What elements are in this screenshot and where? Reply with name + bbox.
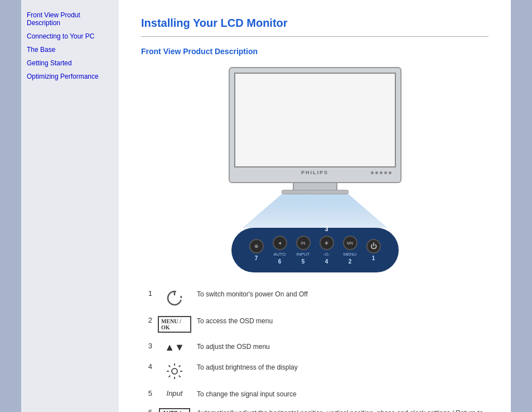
btn-label-5: INPUT (297, 252, 310, 257)
page-title: Installing Your LCD Monitor (141, 17, 489, 30)
btn-label-menu: MENU (344, 252, 357, 257)
btn-label-6: AUTO (273, 252, 286, 257)
left-accent (0, 0, 21, 412)
btn-brightness: ☀ (320, 236, 334, 250)
desc-num-5: 5 (141, 389, 152, 397)
light-beam (226, 194, 404, 228)
sidebar-item-optimizing-performance[interactable]: Optimizing Performance (27, 73, 113, 80)
btn-num-4: 4 (325, 258, 328, 265)
button-dots (371, 171, 391, 174)
desc-icon-4 (158, 362, 191, 380)
desc-icon-5: Input (158, 389, 191, 397)
desc-text-2: To access the OSD menu (197, 316, 489, 326)
dot-3 (380, 171, 383, 174)
btn-num-3-above: 3 (325, 226, 328, 232)
sidebar-item-connecting-to-pc[interactable]: Connecting to Your PC (27, 32, 113, 40)
desc-num-6: 6 (141, 408, 152, 412)
desc-num-1: 1 (141, 289, 152, 298)
desc-row-4: 4 To adjust brightness of the display (141, 362, 489, 380)
arrows-icon: ▲▼ (165, 342, 185, 353)
control-btn-5: IN INPUT 5 (296, 236, 311, 265)
desc-num-2: 2 (141, 316, 152, 324)
desc-row-5: 5 Input To change the signal input sourc… (141, 389, 489, 399)
monitor-screen (234, 73, 396, 167)
auto-icon: AUTO /◄ (159, 408, 190, 412)
menu-ok-icon: MENU / OK (158, 316, 191, 333)
dot-4 (384, 171, 387, 174)
desc-num-4: 4 (141, 362, 152, 371)
dot-1 (371, 171, 374, 174)
sidebar: Front View Produt Description Connecting… (21, 0, 119, 412)
btn-num-2: 2 (349, 258, 352, 265)
desc-row-1: 1 To switch monitor's power On and Off (141, 289, 489, 307)
svg-point-3 (172, 368, 177, 374)
btn-num-6: 6 (278, 258, 282, 265)
controls-oval: ⊕ 7 ◄ AUTO 6 IN INPUT 5 3 (231, 228, 399, 272)
btn-num-5: 5 (302, 258, 305, 265)
svg-line-10 (179, 366, 181, 367)
btn-input: IN (296, 236, 311, 250)
btn-auto: ◄ (273, 236, 287, 250)
control-btn-4: 3 ☀ -O- 4 (320, 236, 334, 265)
right-accent (511, 0, 532, 412)
svg-line-9 (179, 376, 181, 377)
monitor-outer: PHILIPS (229, 67, 402, 183)
dot-5 (389, 171, 391, 174)
monitor-stand (293, 183, 337, 190)
dot-2 (375, 171, 378, 174)
desc-num-3: 3 (141, 342, 152, 350)
desc-row-3: 3 ▲▼ To adjust the OSD menu (141, 342, 489, 353)
sidebar-item-front-view-produt[interactable]: Front View Produt Description (27, 11, 113, 27)
sidebar-nav: Front View Produt Description Connecting… (27, 11, 113, 80)
control-btn-1: ⏻ 1 (366, 239, 381, 261)
sidebar-item-the-base[interactable]: The Base (27, 46, 113, 54)
desc-row-2: 2 MENU / OK To access the OSD menu (141, 316, 489, 333)
btn-num-1: 1 (372, 255, 375, 261)
desc-icon-6: AUTO /◄ (158, 408, 191, 412)
btn-smartimage: ⊕ (249, 239, 264, 253)
desc-text-6: Automatically adjust the horizontal posi… (197, 408, 489, 412)
desc-text-3: To adjust the OSD menu (197, 342, 489, 352)
section-divider (141, 36, 489, 37)
philips-brand: PHILIPS (301, 170, 328, 175)
svg-line-8 (169, 366, 171, 367)
desc-icon-2: MENU / OK (158, 316, 191, 333)
main-content: Installing Your LCD Monitor Front View P… (119, 0, 511, 412)
desc-text-4: To adjust brightness of the display (197, 362, 489, 372)
input-icon: Input (167, 389, 183, 397)
desc-icon-3: ▲▼ (158, 342, 191, 353)
btn-num-7: 7 (255, 255, 258, 261)
monitor-bottom-bar: PHILIPS (234, 167, 396, 178)
monitor-base (282, 190, 349, 194)
descriptions: 1 To switch monitor's power On and Off 2… (141, 289, 489, 412)
btn-menu: MN (343, 236, 357, 250)
monitor-diagram: PHILIPS (141, 67, 489, 272)
desc-text-5: To change the signal input source (197, 389, 489, 399)
btn-label-4: -O- (323, 252, 330, 257)
desc-icon-1 (158, 289, 191, 307)
control-btn-6: ◄ AUTO 6 (273, 236, 287, 265)
desc-text-1: To switch monitor's power On and Off (197, 289, 489, 299)
sidebar-item-getting-started[interactable]: Getting Started (27, 59, 113, 67)
desc-row-6: 6 AUTO /◄ Automatically adjust the horiz… (141, 408, 489, 412)
svg-marker-0 (243, 194, 388, 228)
control-btn-menu: MN MENU 2 (343, 236, 357, 265)
section-title: Front View Product Description (141, 47, 489, 56)
svg-line-11 (169, 376, 171, 377)
btn-power: ⏻ (366, 239, 381, 253)
control-btn-7: ⊕ 7 (249, 239, 264, 261)
